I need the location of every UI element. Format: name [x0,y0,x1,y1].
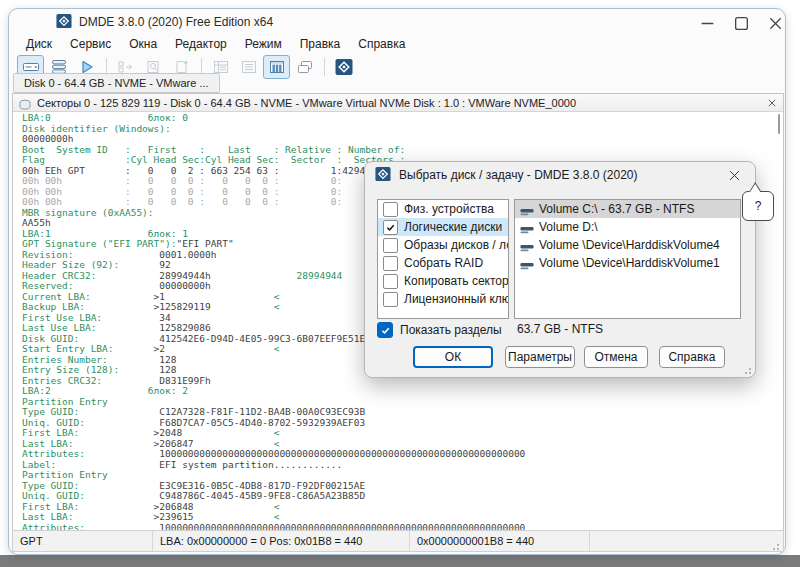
desktop-edge [0,555,800,567]
menu-режим[interactable]: Режим [236,37,291,51]
dmde-logo-button[interactable] [330,55,357,79]
task-item-label: Физ. устройства [404,202,494,216]
menu-правка[interactable]: Правка [291,37,350,51]
close-button[interactable] [769,16,782,29]
task-list: Физ. устройстваЛогические дискиОбразы ди… [377,199,509,319]
dmde-app-icon [56,14,72,30]
document-tab-label: Disk 0 - 64.4 GB - NVME - VMware ... [24,77,209,89]
volume-info: 63.7 GB - NTFS [517,322,603,336]
sectors-panel-title: Секторы 0 - 125 829 119 - Disk 0 - 64.4 … [37,97,765,109]
volume-item[interactable]: Volume D:\ [515,218,740,236]
help-bubble[interactable]: ? [742,191,774,221]
volume-icon [520,223,534,231]
status-cell-0: GPT [13,531,153,551]
volume-icon [520,259,534,267]
scrollbar-thumb[interactable] [778,114,780,134]
volume-icon [520,241,534,249]
window-title: DMDE 3.8.0 (2020) Free Edition x64 [79,15,273,29]
task-item-образы-дисков-логи[interactable]: Образы дисков / логи [378,236,508,254]
dmde-window: DMDE 3.8.0 (2020) Free Edition x64 ДискС… [8,8,786,555]
tile-windows-button[interactable] [291,55,318,79]
volume-list: Volume C:\ - 63.7 GB - NTFSVolume D:\Vol… [514,199,741,319]
details-list-icon [240,59,258,75]
tile-windows-icon [296,59,314,75]
volume-item-label: Volume \Device\HarddiskVolume1 [539,256,720,270]
task-item-label: Образы дисков / логи [404,238,509,252]
task-item-label: Лицензионный ключ... [404,292,509,306]
dmde-dialog-icon [375,167,391,183]
checkbox-unchecked-icon[interactable] [383,238,398,253]
window-resize-grip[interactable] [771,542,779,550]
title-bar: DMDE 3.8.0 (2020) Free Edition x64 [9,9,785,35]
task-item-логические-диски[interactable]: Логические диски [378,218,508,236]
document-tab[interactable]: Disk 0 - 64.4 GB - NVME - VMware ... [13,73,220,93]
status-bar: GPTLBA: 0x00000000 = 0 Pos: 0x01B8 = 440… [12,530,784,552]
status-cell-empty [590,531,783,551]
task-item-копировать-секторы[interactable]: Копировать секторы [378,272,508,290]
volume-item-label: Volume C:\ - 63.7 GB - NTFS [539,202,694,216]
checkbox-unchecked-icon[interactable] [383,202,398,217]
отмена-button[interactable]: Отмена [584,346,648,368]
status-cell-1: LBA: 0x00000000 = 0 Pos: 0x01B8 = 440 [153,531,410,551]
hex-line: Disk identifier (Windows): [22,124,771,135]
panel-close-icon[interactable] [765,96,779,110]
ок-button[interactable]: ОК [413,346,493,368]
task-item-label: Собрать RAID [404,256,483,270]
hex-line: Label: EFI system partition............ [22,460,771,471]
dialog-close-icon[interactable] [728,169,741,182]
sector-view-button[interactable] [263,55,290,79]
dialog-title: Выбрать диск / задачу - DMDE 3.8.0 (2020… [399,168,638,182]
dialog-resize-grip[interactable] [743,366,751,374]
volume-item-label: Volume D:\ [539,220,598,234]
справка-button[interactable]: Справка [659,346,725,368]
menu-справка[interactable]: Справка [349,37,414,51]
screen: DMDE 3.8.0 (2020) Free Edition x64 ДискС… [0,0,800,567]
task-item-лицензионный-ключ[interactable]: Лицензионный ключ... [378,290,508,308]
menu-редактор[interactable]: Редактор [166,37,236,51]
task-item-физ-устройства[interactable]: Физ. устройства [378,200,508,218]
menu-bar: ДискСервисОкнаРедакторРежимПравкаСправка [17,35,777,53]
hex-line: LBA:2 блок: 2 [22,386,771,397]
checkbox-checked-icon [377,322,393,338]
checkbox-unchecked-icon[interactable] [383,256,398,271]
details-list-button [235,55,262,79]
параметры-button[interactable]: Параметры [505,346,575,368]
volume-item[interactable]: Volume C:\ - 63.7 GB - NTFS [515,200,740,218]
minimize-button[interactable] [701,16,714,29]
checkbox-unchecked-icon[interactable] [383,292,398,307]
menu-сервис[interactable]: Сервис [61,37,120,51]
task-item-label: Логические диски [404,220,502,234]
volume-item-label: Volume \Device\HarddiskVolume4 [539,238,720,252]
dmde-logo-icon [335,59,353,75]
task-item-собрать-raid[interactable]: Собрать RAID [378,254,508,272]
menu-окна[interactable]: Окна [120,37,166,51]
volume-item[interactable]: Volume \Device\HarddiskVolume4 [515,236,740,254]
dialog-title-bar: Выбрать диск / задачу - DMDE 3.8.0 (2020… [365,162,755,188]
toolbar-separator [324,58,325,76]
checkbox-checked-icon[interactable] [383,220,398,235]
show-partitions-label: Показать разделы [400,323,502,337]
sector-view-icon [268,59,286,75]
show-partitions-checkbox[interactable]: Показать разделы [377,322,502,338]
maximize-button[interactable] [735,16,748,29]
task-item-label: Копировать секторы [404,274,509,288]
help-bubble-label: ? [755,199,762,213]
checkbox-unchecked-icon[interactable] [383,274,398,289]
menu-диск[interactable]: Диск [17,37,61,51]
sectors-icon [18,97,32,109]
select-disk-dialog: Выбрать диск / задачу - DMDE 3.8.0 (2020… [364,161,756,378]
sectors-panel-header: Секторы 0 - 125 829 119 - Disk 0 - 64.4 … [13,94,783,112]
status-cell-2: 0x0000000001B8 = 440 [410,531,590,551]
volume-icon [520,205,534,213]
volume-item[interactable]: Volume \Device\HarddiskVolume1 [515,254,740,272]
